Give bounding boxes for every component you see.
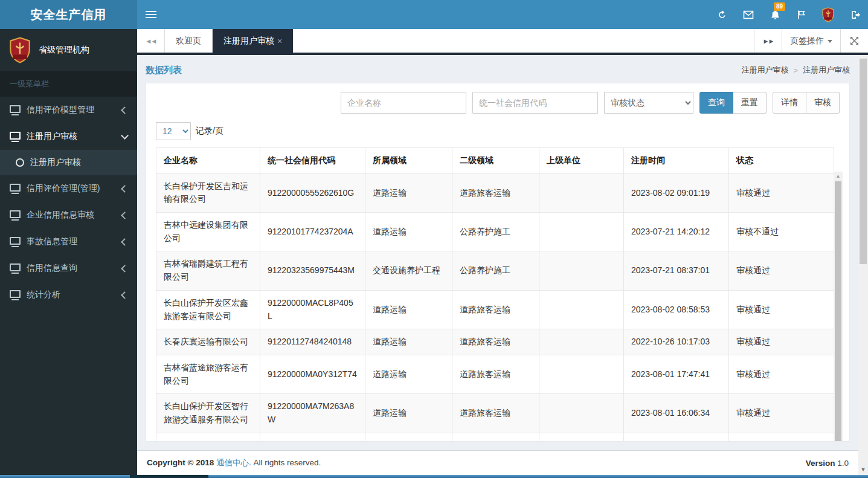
column-header: 状态 [729, 148, 834, 174]
table-cell: 审核通过 [729, 251, 834, 290]
monitor-icon [10, 290, 21, 298]
sidebar-menu-item[interactable]: 信用评价管理(管理) [0, 175, 137, 202]
table-cell: 道路运输 [365, 213, 452, 251]
monitor-icon [10, 237, 21, 245]
table-cell: 长白山保护开发区宏鑫旅游客运有限公司 [156, 290, 260, 329]
tab-welcome[interactable]: 欢迎页 [165, 29, 213, 53]
chevron-icon [121, 106, 129, 114]
sidebar-menu-item[interactable]: 信用评价模型管理 [0, 97, 137, 123]
table-cell: 2022-10-26 10:17:03 [624, 329, 729, 355]
sidebar-item-label: 注册用户审核 [27, 131, 116, 142]
data-table: 企业名称统一社会信用代码所属领域二级领域上级单位注册时间状态 长白保护开发区吉和… [156, 147, 834, 442]
page-size-select[interactable]: 12 [156, 122, 191, 140]
tab-operations-dropdown[interactable]: 页签操作 [782, 29, 840, 53]
table-row[interactable]: 吉林省瑞爵建筑工程有限公司91220323569975443M交通设施养护工程公… [156, 251, 834, 290]
sidebar-menu-item[interactable]: 信用信息查询 [0, 255, 137, 282]
table-vertical-scrollbar[interactable]: ▲ [834, 172, 843, 442]
page-size-label: 记录/页 [196, 126, 223, 137]
table-cell: 道路旅客运输 [452, 290, 539, 329]
table-cell: 2023-07-21 14:20:12 [624, 213, 729, 251]
page-scrollbar-thumb[interactable] [860, 59, 867, 264]
table-cell: 道路运输 [365, 433, 452, 442]
sidebar-subitem-label: 注册用户审核 [30, 157, 81, 168]
sidebar-menu-item[interactable]: 注册用户审核 [0, 123, 137, 150]
tab-close-icon[interactable]: × [277, 36, 282, 46]
monitor-icon [10, 132, 21, 140]
reset-button[interactable]: 重置 [733, 92, 767, 114]
table-cell: 道路旅客运输 [452, 173, 539, 212]
table-cell: 审核通过 [729, 355, 834, 393]
table-row[interactable]: 长白山保护开发区宏鑫旅游客运有限公司91220000MACL8P405L道路运输… [156, 290, 834, 329]
tab-registered-user-audit[interactable]: 注册用户审核 × [213, 29, 293, 53]
table-row[interactable]: 长白山保护开发区智行旅游交通服务有限公司91220000MA7M263A8W道路… [156, 394, 834, 433]
user-role-name: 省级管理机构 [39, 45, 89, 56]
chevron-icon [121, 238, 129, 246]
column-header: 统一社会信用代码 [260, 148, 365, 174]
table-cell: 长春庆寰运输有限公司 [156, 329, 260, 355]
sidebar-menu-item[interactable]: 企业信用信息审核 [0, 202, 137, 228]
table-row[interactable]: 长白保护开发区吉和运输有限公司91220000555262610G道路运输道路旅… [156, 173, 834, 212]
sidebar-menu: 信用评价模型管理 注册用户审核 注册用户审核 信用评价管理(管理) 企业信用信息… [0, 97, 137, 308]
table-cell: 吉林省瑞爵建筑工程有限公司 [156, 251, 260, 290]
content-area: 数据列表 注册用户审核 > 注册用户审核 审核状态 查询 重置 [137, 55, 858, 447]
table-cell [539, 213, 624, 251]
bell-icon[interactable]: 89 [762, 0, 788, 29]
table-cell: 91220000555262610G [260, 173, 365, 212]
sidebar-toggle-button[interactable] [137, 0, 165, 29]
monitor-icon [10, 105, 21, 113]
scroll-up-icon[interactable]: ▲ [834, 172, 843, 181]
top-header: 安全生产信用 89 [0, 0, 868, 29]
horizontal-scrollbar[interactable] [0, 475, 868, 478]
table-cell: 吉林中远建设集团有限公司 [156, 213, 260, 251]
org-link[interactable]: 通信中心 [216, 458, 249, 467]
top-navbar: 89 [137, 0, 868, 29]
table-row[interactable]: 吉林中远建设集团有限公司91220101774237204A道路运输公路养护施工… [156, 213, 834, 251]
tabs-scroll-right-icon[interactable]: ►► [754, 29, 782, 53]
table-cell: 公路养护施工 [452, 251, 539, 290]
table-cell [539, 290, 624, 329]
sidebar-menu-item[interactable]: 事故信息管理 [0, 228, 137, 255]
table-cell: 2023-08-02 09:01:19 [624, 173, 729, 212]
table-row[interactable]: 吉林省海格旅游汽车有限公司长白山保护开发区客运分公司91220000MA142J… [156, 433, 834, 442]
audit-button[interactable]: 审核 [806, 92, 840, 114]
horizontal-scrollbar-thumb[interactable] [130, 475, 208, 478]
table-cell: 道路旅客运输 [452, 355, 539, 393]
table-row[interactable]: 长春庆寰运输有限公司912201127484240148道路运输道路旅客运输20… [156, 329, 834, 355]
refresh-icon[interactable] [709, 0, 735, 29]
monitor-icon [10, 210, 21, 218]
tabs-scroll-left-icon[interactable]: ◄◄ [137, 29, 165, 53]
copyright-text: Copyright © 2018 [147, 458, 214, 467]
breadcrumb-current: 注册用户审核 [803, 65, 850, 76]
table-cell: 道路运输 [365, 355, 452, 393]
table-cell: 审核通过 [729, 290, 834, 329]
page-vertical-scrollbar[interactable]: ▼ [858, 55, 868, 475]
logout-icon[interactable] [841, 0, 868, 29]
flag-icon[interactable] [788, 0, 815, 29]
table-cell: 91220000MA7M263A8W [260, 394, 365, 433]
breadcrumb-parent[interactable]: 注册用户审核 [741, 65, 788, 76]
table-cell: 道路运输 [365, 290, 452, 329]
table-cell: 91220000MA142JWB9L [260, 433, 365, 442]
monitor-icon [10, 184, 21, 192]
table-row[interactable]: 吉林省蓝途旅游客运有限公司91220000MA0Y312T74道路运输道路旅客运… [156, 355, 834, 393]
table-cell [539, 173, 624, 212]
detail-button[interactable]: 详情 [773, 92, 806, 114]
sidebar-item-label: 信用评价管理(管理) [27, 183, 116, 194]
fullscreen-icon[interactable] [840, 29, 868, 53]
sidebar-menu-item[interactable]: 统计分析 [0, 282, 137, 308]
page-size-row: 12 记录/页 [156, 122, 840, 140]
mail-icon[interactable] [735, 0, 762, 29]
query-button[interactable]: 查询 [699, 92, 733, 114]
version-label: Version [806, 459, 835, 468]
table-scrollbar-thumb[interactable] [835, 181, 841, 442]
monitor-icon [10, 263, 21, 271]
audit-status-select[interactable]: 审核状态 [604, 92, 693, 114]
table-cell: 道路旅客运输 [452, 433, 539, 442]
sidebar-submenu-item[interactable]: 注册用户审核 [0, 150, 137, 175]
sidebar-section-header: 一级菜单栏 [0, 71, 137, 97]
scroll-down-icon[interactable]: ▼ [858, 467, 868, 473]
credit-code-input[interactable] [472, 92, 598, 114]
user-avatar[interactable] [815, 0, 841, 29]
company-name-input[interactable] [341, 92, 466, 114]
tab-bar: ◄◄ 欢迎页 注册用户审核 × ►► 页签操作 [137, 29, 868, 55]
